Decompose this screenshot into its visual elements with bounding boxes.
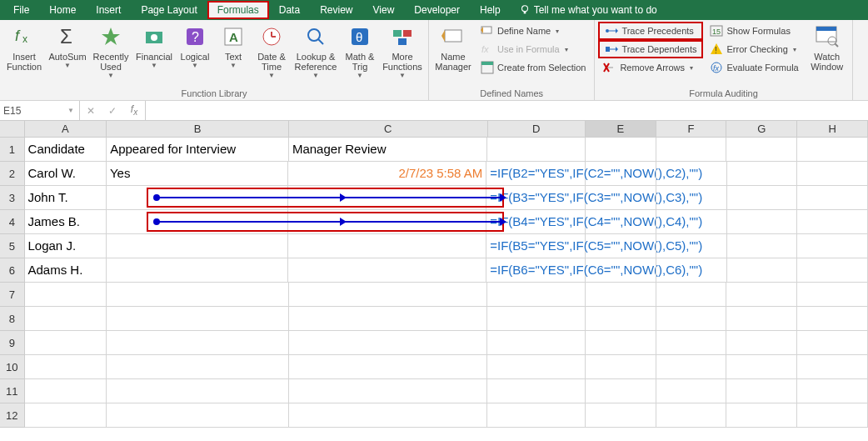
select-all-corner[interactable] [0,121,25,138]
menu-data[interactable]: Data [269,1,310,19]
cell-A9[interactable] [25,331,107,355]
row-header-7[interactable]: 7 [0,283,25,307]
cell-G9[interactable] [726,331,797,355]
chevron-down-icon[interactable]: ▼ [66,107,76,114]
cell-F4[interactable] [656,210,727,234]
cell-F11[interactable] [656,379,727,403]
row-header-2[interactable]: 2 [0,162,25,186]
cell-E11[interactable] [586,379,656,403]
col-header-D[interactable]: D [488,121,586,138]
cell-B10[interactable] [107,355,289,379]
cell-G5[interactable] [727,234,798,258]
cell-C11[interactable] [289,379,487,403]
cell-H10[interactable] [797,355,868,379]
cell-C12[interactable] [289,403,487,428]
row-header-9[interactable]: 9 [0,331,25,355]
menu-developer[interactable]: Developer [404,1,470,19]
cell-C8[interactable] [289,307,487,331]
cell-F9[interactable] [656,331,727,355]
cell-H12[interactable] [797,403,868,428]
menu-help[interactable]: Help [470,1,511,19]
col-header-C[interactable]: C [289,121,488,138]
cell-C10[interactable] [289,355,487,379]
lookup-ref-button[interactable]: Lookup & Reference ▼ [292,22,340,81]
cell-F12[interactable] [656,403,727,428]
financial-button[interactable]: Financial ▼ [133,22,175,71]
cell-D3[interactable]: =IF(B3="YES",IF(C3="",NOW(),C3),"") [486,186,586,210]
cell-B12[interactable] [107,403,289,428]
cell-B1[interactable]: Appeared for Interview [107,138,289,162]
logical-button[interactable]: ? Logical ▼ [177,22,213,71]
cell-D9[interactable] [487,331,585,355]
col-header-A[interactable]: A [25,121,107,138]
cell-C5[interactable] [288,234,486,258]
row-header-5[interactable]: 5 [0,234,25,258]
cell-B8[interactable] [107,307,289,331]
autosum-button[interactable]: Σ AutoSum ▼ [47,22,88,71]
cell-B5[interactable] [107,234,288,258]
define-name-button[interactable]: Define Name ▾ [476,22,591,40]
cell-E7[interactable] [586,283,656,307]
cell-D10[interactable] [487,355,585,379]
cell-H11[interactable] [797,379,868,403]
watch-window-button[interactable]: Watch Window [806,22,849,73]
cell-A5[interactable]: Logan J. [25,234,107,258]
cell-E8[interactable] [586,307,656,331]
trace-precedents-button[interactable]: Trace Precedents [598,22,703,40]
cell-B4[interactable] [107,210,288,234]
cell-E3[interactable] [586,186,656,210]
col-header-B[interactable]: B [107,121,289,138]
error-checking-button[interactable]: ! Error Checking ▾ [705,40,803,58]
cell-F7[interactable] [656,283,727,307]
cell-F8[interactable] [656,307,727,331]
cell-B3[interactable] [107,186,288,210]
cell-E1[interactable] [586,138,656,162]
cell-H8[interactable] [797,307,868,331]
cell-E10[interactable] [586,355,656,379]
col-header-H[interactable]: H [797,121,868,138]
create-from-selection-button[interactable]: Create from Selection [476,58,591,77]
cell-E4[interactable] [586,210,656,234]
evaluate-formula-button[interactable]: fx Evaluate Formula [705,58,803,77]
cell-F6[interactable] [656,258,727,283]
cell-B9[interactable] [107,331,289,355]
text-button[interactable]: A Text ▼ [215,22,252,71]
cell-G6[interactable] [727,258,798,283]
cell-A10[interactable] [25,355,107,379]
menu-page-layout[interactable]: Page Layout [131,1,207,19]
recently-used-button[interactable]: Recently Used ▼ [90,22,132,81]
cell-B11[interactable] [107,379,289,403]
row-header-6[interactable]: 6 [0,258,25,283]
row-header-12[interactable]: 12 [0,403,25,428]
insert-function-fb-button[interactable]: fx [123,101,145,120]
cell-C6[interactable] [288,258,486,283]
cell-A4[interactable]: James B. [25,210,107,234]
remove-arrows-button[interactable]: Remove Arrows ▾ [598,58,703,77]
math-trig-button[interactable]: θ Math & Trig ▼ [342,22,378,81]
cell-F10[interactable] [656,355,727,379]
row-header-8[interactable]: 8 [0,307,25,331]
cell-H7[interactable] [797,283,868,307]
cell-B7[interactable] [107,283,289,307]
enter-formula-button[interactable]: ✓ [102,101,123,120]
cell-G12[interactable] [726,403,797,428]
col-header-E[interactable]: E [586,121,656,138]
row-header-11[interactable]: 11 [0,379,25,403]
cell-A2[interactable]: Carol W. [25,162,107,186]
cell-C1[interactable]: Manager Review [289,138,487,162]
date-time-button[interactable]: Date & Time ▼ [253,22,290,81]
cell-D5[interactable]: =IF(B5="YES",IF(C5="",NOW(),C5),"") [486,234,586,258]
cell-H1[interactable] [797,138,868,162]
name-box[interactable]: E15 ▼ [0,101,80,120]
cell-B6[interactable] [107,258,288,283]
cell-C4[interactable] [288,210,486,234]
cell-D1[interactable] [487,138,585,162]
cell-D4[interactable]: =IF(B4="YES",IF(C4="",NOW(),C4),"") [486,210,586,234]
cell-C2[interactable]: 2/7/23 5:58 AM [288,162,486,186]
cell-G4[interactable] [727,210,798,234]
cell-A7[interactable] [25,283,107,307]
cell-C9[interactable] [289,331,487,355]
more-functions-button[interactable]: More Functions ▼ [380,22,425,81]
cell-H5[interactable] [797,234,868,258]
menu-formulas[interactable]: Formulas [207,1,269,19]
